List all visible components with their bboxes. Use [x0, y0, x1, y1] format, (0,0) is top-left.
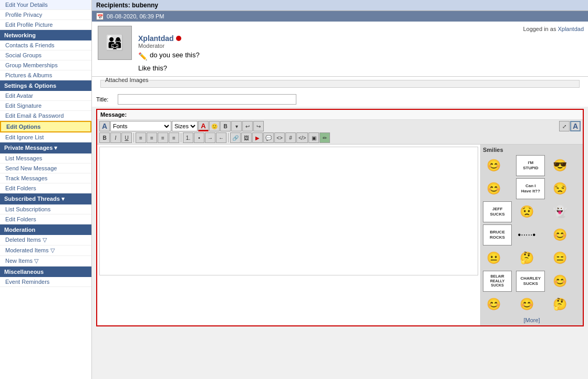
- align-center-button[interactable]: ≡: [147, 132, 157, 143]
- hashtag-button[interactable]: #: [285, 132, 296, 143]
- indent-button[interactable]: →: [205, 132, 215, 143]
- avatar-area: [96, 26, 133, 60]
- sidebar-item-group-memberships[interactable]: Group Memberships: [0, 60, 91, 70]
- smiley-5[interactable]: 😐: [483, 248, 504, 269]
- sidebar-item-edit-avatar[interactable]: Edit Avatar: [0, 91, 91, 101]
- smiley-fist[interactable]: •·····•: [516, 224, 537, 245]
- ordered-list-button[interactable]: 1.: [183, 132, 193, 143]
- smiley-button[interactable]: 🙂: [209, 121, 220, 131]
- logged-in-user-link[interactable]: Xplantdad: [558, 26, 584, 32]
- sidebar-item-track-messages[interactable]: Track Messages: [0, 173, 91, 183]
- bold-button[interactable]: B: [99, 132, 110, 143]
- smiley-7[interactable]: 😊: [483, 294, 504, 315]
- underline-button[interactable]: U: [121, 132, 132, 143]
- username-link[interactable]: Xplantdad: [138, 34, 584, 43]
- sidebar-item-list-subscriptions[interactable]: List Subscriptions: [0, 204, 91, 214]
- unordered-list-button[interactable]: •: [194, 132, 204, 143]
- smiley-2[interactable]: 😊: [483, 178, 504, 199]
- sidebar-item-edit-folders-sub[interactable]: Edit Folders: [0, 214, 91, 224]
- sidebar-item-event-reminders[interactable]: Event Reminders: [0, 277, 91, 287]
- settings-options-header: Settings & Options: [0, 80, 91, 91]
- sidebar-item-edit-your-details[interactable]: Edit Your Details: [0, 0, 91, 10]
- title-row: Title:: [92, 92, 588, 107]
- private-messages-header: Private Messages ▾: [0, 142, 91, 153]
- html-button[interactable]: </>: [296, 132, 308, 143]
- message-label: Message:: [97, 110, 583, 120]
- title-label: Title:: [96, 96, 115, 103]
- moderation-header: Moderation: [0, 224, 91, 235]
- sidebar-item-pictures-albums[interactable]: Pictures & Albums: [0, 70, 91, 80]
- logged-in-bar: Logged in as Xplantdad: [138, 26, 584, 32]
- sidebar-item-edit-options[interactable]: Edit Options: [0, 121, 91, 132]
- sidebar-item-send-new-message[interactable]: Send New Message: [0, 163, 91, 173]
- smiley-sign-charley[interactable]: CHARLEYSUCKS: [516, 271, 545, 292]
- smiley-6[interactable]: 😊: [550, 271, 571, 292]
- align-left-button[interactable]: ≡: [136, 132, 146, 143]
- italic-button[interactable]: I: [110, 132, 121, 143]
- smiley-sign-bruce-rocks[interactable]: BRUCEROCKS: [483, 224, 512, 245]
- smiley-sign-jeff-sucks[interactable]: JEFFSUCKS: [483, 201, 512, 222]
- table-button[interactable]: ▣: [308, 132, 319, 143]
- networking-header: Networking: [0, 30, 91, 40]
- outdent-button[interactable]: ←: [216, 132, 226, 143]
- smilies-more-link[interactable]: [More]: [483, 317, 581, 323]
- post-body: Logged in as Xplantdad Xplantdad Moderat…: [92, 22, 588, 77]
- smiley-1[interactable]: 😊: [483, 155, 504, 176]
- redo-button[interactable]: ↪: [253, 121, 264, 131]
- image-button[interactable]: 🖼: [241, 132, 252, 143]
- post-content-line2: Like this?: [138, 64, 584, 72]
- post-content-line1: do you see this?: [150, 51, 200, 59]
- attached-images-legend: Attached Images: [105, 77, 149, 83]
- smiley-sign-have-it[interactable]: Can IHave It??: [516, 178, 545, 199]
- sidebar-item-edit-folders-pm[interactable]: Edit Folders: [0, 183, 91, 193]
- align-right-button[interactable]: ≡: [158, 132, 168, 143]
- more-button[interactable]: ▾: [231, 121, 242, 131]
- font-size-large[interactable]: A: [570, 121, 581, 131]
- fonts-select[interactable]: Fonts Arial Times New Roman Courier: [110, 121, 171, 131]
- sidebar-item-social-groups[interactable]: Social Groups: [0, 50, 91, 60]
- sizes-select[interactable]: Sizes 8pt 10pt 12pt 14pt: [172, 121, 198, 131]
- sidebar-item-edit-profile-picture[interactable]: Edit Profile Picture: [0, 20, 91, 30]
- recipients-bar: Recipients: bubenny: [92, 0, 588, 11]
- align-justify-button[interactable]: ≡: [169, 132, 179, 143]
- sidebar-item-edit-email-password[interactable]: Edit Email & Password: [0, 111, 91, 121]
- font-format-icon[interactable]: A: [99, 121, 110, 131]
- smiley-cool[interactable]: 😎: [550, 155, 571, 176]
- font-color-button[interactable]: A: [198, 121, 209, 131]
- smilies-panel: Smilies 😊 I'MSTUPID 😎 😊 Can IHave It?? 😒…: [480, 145, 583, 325]
- miscellaneous-header: Miscellaneous: [0, 267, 91, 277]
- video-button[interactable]: ▶: [252, 132, 263, 143]
- smiley-9[interactable]: 🤔: [550, 294, 571, 315]
- sidebar-item-edit-ignore-list[interactable]: Edit Ignore List: [0, 132, 91, 142]
- smiley-meh[interactable]: 😑: [550, 248, 571, 269]
- recipients-value: bubenny: [132, 2, 158, 9]
- eraser-button[interactable]: ✏: [319, 132, 330, 143]
- smiley-sign-stupid[interactable]: I'MSTUPID: [516, 155, 545, 176]
- sidebar-item-profile-privacy[interactable]: Profile Privacy: [0, 10, 91, 20]
- sidebar-item-edit-signature[interactable]: Edit Signature: [0, 101, 91, 111]
- smiley-ghost[interactable]: 👻: [550, 201, 571, 222]
- smiley-4[interactable]: 😊: [550, 224, 571, 245]
- smiley-sad[interactable]: 😟: [516, 201, 537, 222]
- title-input[interactable]: [118, 94, 296, 105]
- message-textarea[interactable]: [99, 147, 478, 275]
- bold-button-alt[interactable]: B: [220, 121, 231, 131]
- sidebar-item-new-items[interactable]: New Items ▽: [0, 256, 91, 267]
- link-button[interactable]: 🔗: [230, 132, 241, 143]
- recipients-label: Recipients:: [96, 2, 130, 9]
- sidebar-item-moderated-items[interactable]: Moderated Items ▽: [0, 245, 91, 256]
- sidebar-item-contacts-friends[interactable]: Contacts & Friends: [0, 40, 91, 50]
- smiley-sign-belair[interactable]: BELAIRREALLY SUCKS: [483, 271, 512, 292]
- code-button[interactable]: <>: [274, 132, 285, 143]
- maximize-button[interactable]: ⤢: [559, 121, 570, 131]
- post-edit-line: ✏️ do you see this?: [138, 51, 584, 61]
- undo-button[interactable]: ↩: [242, 121, 253, 131]
- smiley-3[interactable]: 😒: [550, 178, 571, 199]
- sidebar-item-list-messages[interactable]: List Messages: [0, 153, 91, 163]
- smiley-think[interactable]: 🤔: [516, 248, 537, 269]
- sidebar-item-deleted-items[interactable]: Deleted Items ▽: [0, 235, 91, 245]
- quote-button[interactable]: 💬: [263, 132, 274, 143]
- attached-images-fieldset: Attached Images: [100, 77, 580, 88]
- smiley-8[interactable]: 😊: [516, 294, 537, 315]
- attached-images-section: Attached Images: [92, 77, 588, 92]
